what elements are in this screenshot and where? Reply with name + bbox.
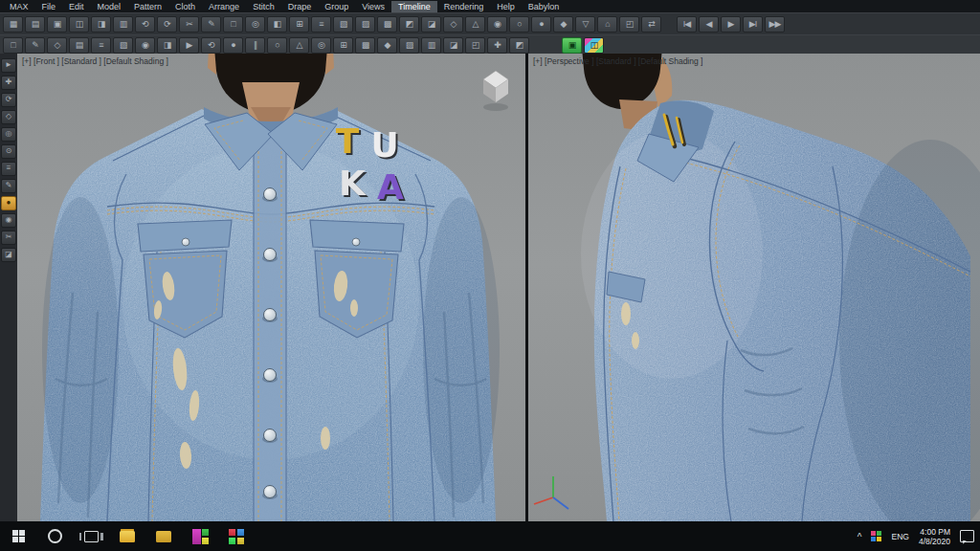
menu-babylon[interactable]: Babylon [522, 1, 567, 12]
sew-preview-icon[interactable]: ▧ [113, 37, 133, 54]
walkthrough-icon[interactable]: ◎ [311, 37, 331, 54]
print-icon[interactable]: ▥ [113, 16, 133, 33]
pose-tool-icon[interactable]: △ [289, 37, 309, 54]
pin-toggle-icon[interactable]: ◆ [377, 37, 397, 54]
rotate-tool-icon[interactable]: ◎ [245, 16, 265, 33]
pen-icon[interactable]: ✎ [1, 179, 16, 193]
menu-timeline[interactable]: Timeline [391, 1, 437, 12]
select-icon[interactable]: ► [1, 58, 16, 73]
scale-icon[interactable]: ◇ [1, 110, 16, 124]
brush-icon[interactable]: ● [1, 196, 16, 210]
home-view-icon[interactable]: ⌂ [597, 16, 617, 33]
magnet-icon[interactable]: ◪ [1, 248, 16, 262]
undo-icon[interactable]: ⟲ [135, 16, 155, 33]
pattern-panel-icon[interactable]: ▧ [333, 16, 353, 33]
pan-view-icon[interactable]: ✚ [487, 37, 507, 54]
clock[interactable]: 4:00 PM 4/8/2020 [919, 527, 950, 546]
menu-edit[interactable]: Edit [62, 1, 91, 12]
seam-tool-icon[interactable]: ▤ [69, 37, 89, 54]
measure-tape-icon[interactable]: ≡ [311, 16, 331, 33]
menu-group[interactable]: Group [318, 1, 355, 12]
reset-drape-icon[interactable]: ⟲ [201, 37, 221, 54]
zoom-fit-icon[interactable]: ◰ [465, 37, 485, 54]
action-center-icon[interactable] [960, 530, 974, 542]
material-editor-icon[interactable]: ◫ [584, 37, 604, 54]
viewport-front[interactable]: [+] [Front ] [Standard ] [Default Shadin… [17, 54, 525, 521]
fold-tool-icon[interactable]: ◨ [157, 37, 177, 54]
menu-pattern[interactable]: Pattern [127, 1, 168, 12]
shaded-view-icon[interactable]: ◪ [443, 37, 463, 54]
rotate-icon[interactable]: ⟳ [1, 93, 16, 107]
menu-file[interactable]: File [35, 1, 63, 12]
colorway-icon[interactable]: ◩ [509, 37, 529, 54]
task-view-button[interactable] [73, 521, 109, 551]
move-icon[interactable]: ✚ [1, 76, 16, 90]
camera-view-icon[interactable]: ◰ [619, 16, 639, 33]
texture-view-icon[interactable]: ▨ [399, 37, 419, 54]
tray-app-icon[interactable] [871, 531, 881, 541]
trim-panel-icon[interactable]: ▩ [377, 16, 397, 33]
target-tool-icon[interactable]: ◉ [487, 16, 507, 33]
step-forward-icon[interactable]: ▶I [743, 16, 763, 33]
pin-tool-icon[interactable]: ◉ [135, 37, 155, 54]
notch-tool-icon[interactable]: ◆ [553, 16, 573, 33]
save-file-icon[interactable]: ▣ [47, 16, 67, 33]
front-view-canvas[interactable]: T U K A T U K A [17, 54, 525, 521]
menu-model[interactable]: Model [91, 1, 128, 12]
cut-pattern-icon[interactable]: ✂ [179, 16, 199, 33]
open-file-icon[interactable]: ▤ [25, 16, 45, 33]
hidden-icons-chevron-icon[interactable]: ^ [858, 532, 862, 542]
menu-views[interactable]: Views [355, 1, 391, 12]
menu-drape[interactable]: Drape [281, 1, 319, 12]
step-back-icon[interactable]: ◀ [699, 16, 719, 33]
pen-tool-icon[interactable]: ✎ [201, 16, 221, 33]
menu-stitch[interactable]: Stitch [246, 1, 281, 12]
pause-sim-icon[interactable]: || [245, 37, 265, 54]
add-notch-icon[interactable]: ◇ [47, 37, 67, 54]
snap-grid-icon[interactable]: ⊞ [289, 16, 309, 33]
menu-max[interactable]: MAX [3, 1, 35, 12]
select-2d-icon[interactable]: □ [3, 37, 23, 54]
go-to-end-icon[interactable]: ▶▶ [765, 16, 785, 33]
import-file-icon[interactable]: ◫ [69, 16, 89, 33]
seam-toggle-icon[interactable]: ▩ [355, 37, 375, 54]
zoom-icon[interactable]: ⊙ [1, 144, 16, 159]
edit-points-icon[interactable]: ✎ [25, 37, 45, 54]
app-menu-icon[interactable]: ▦ [3, 16, 23, 33]
render-3d-icon[interactable]: ▣ [562, 37, 582, 54]
file-explorer-icon[interactable] [109, 521, 145, 551]
sync-views-icon[interactable]: ⇄ [641, 16, 661, 33]
scissors-icon[interactable]: ✂ [1, 231, 16, 245]
menu-cloth[interactable]: Cloth [168, 1, 202, 12]
start-button[interactable] [0, 521, 36, 551]
design-app-2-icon[interactable] [218, 521, 255, 551]
drape-run-icon[interactable]: ▶ [179, 37, 199, 54]
view-cube[interactable] [483, 71, 508, 111]
language-indicator[interactable]: ENG [891, 532, 908, 541]
scale-tool-icon[interactable]: △ [465, 16, 485, 33]
search-button[interactable] [36, 521, 73, 551]
go-to-start-icon[interactable]: I◀ [677, 16, 697, 33]
documents-folder-icon[interactable] [145, 521, 182, 551]
pin-icon[interactable]: ◉ [1, 213, 16, 228]
fabric-panel-icon[interactable]: ▨ [355, 16, 375, 33]
play-icon[interactable]: ▶ [721, 16, 741, 33]
layer-panel-icon[interactable]: ◩ [399, 16, 419, 33]
redo-icon[interactable]: ⟳ [157, 16, 177, 33]
export-file-icon[interactable]: ◨ [91, 16, 111, 33]
avatar-panel-icon[interactable]: ○ [267, 37, 287, 54]
viewport-perspective[interactable]: [+] [Perspective ] [Standard ] [Default … [528, 54, 980, 521]
swatch-panel-icon[interactable]: ◪ [421, 16, 441, 33]
simulate-icon[interactable]: ● [223, 37, 243, 54]
wireframe-view-icon[interactable]: ▥ [421, 37, 441, 54]
circle-tool-icon[interactable]: ○ [509, 16, 529, 33]
menu-arrange[interactable]: Arrange [202, 1, 246, 12]
select-rect-icon[interactable]: □ [223, 16, 243, 33]
design-app-1-icon[interactable] [182, 521, 218, 551]
perspective-view-canvas[interactable] [528, 54, 980, 521]
menu-help[interactable]: Help [490, 1, 522, 12]
menu-rendering[interactable]: Rendering [437, 1, 491, 12]
grid-toggle-icon[interactable]: ⊞ [333, 37, 353, 54]
fill-tool-icon[interactable]: ● [531, 16, 551, 33]
stitch-tool-icon[interactable]: ≡ [91, 37, 111, 54]
